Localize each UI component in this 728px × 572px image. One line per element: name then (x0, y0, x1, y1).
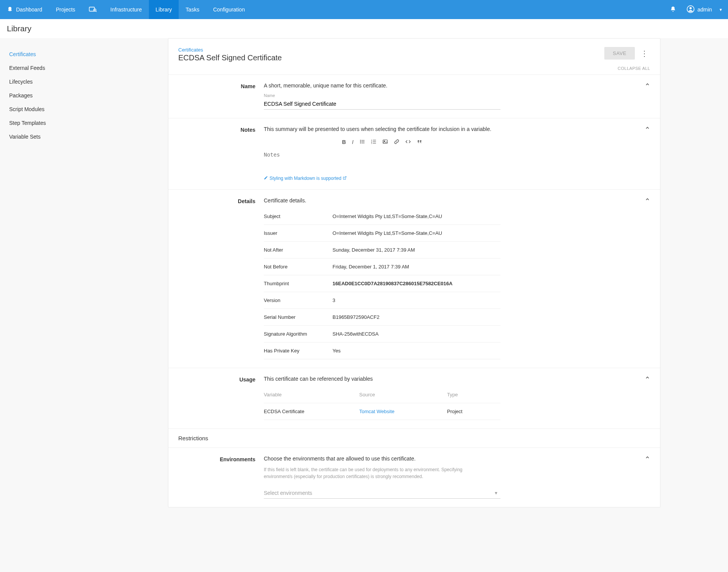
name-input[interactable] (264, 99, 500, 110)
quote-button[interactable] (417, 139, 422, 145)
svg-point-8 (360, 141, 361, 142)
section-collapse-toggle[interactable] (645, 125, 650, 132)
search-card-icon (89, 6, 97, 13)
section-label: Notes (168, 126, 264, 181)
sidebar-item-certificates[interactable]: Certificates (9, 47, 168, 61)
nav-dashboard[interactable]: Dashboard (0, 0, 49, 19)
svg-line-3 (96, 11, 97, 11)
table-row: Version3 (264, 292, 500, 309)
table-row: Not AfterSunday, December 31, 2017 7:39 … (264, 242, 500, 259)
detail-value: 16EAD0E1CC0D7A28190837C286015E7582CE016A (333, 275, 500, 292)
top-nav: Dashboard Projects Infrastructure Librar… (0, 0, 728, 19)
nav-label: Library (156, 6, 172, 13)
section-collapse-toggle[interactable] (645, 455, 650, 461)
nav-tasks[interactable]: Tasks (179, 0, 206, 19)
sidebar-item-script-modules[interactable]: Script Modules (9, 102, 168, 116)
detail-key: Not After (264, 242, 333, 259)
name-float-label: Name (264, 93, 500, 98)
detail-value: Sunday, December 31, 2017 7:39 AM (333, 242, 500, 259)
cell-source-link[interactable]: Tomcat Website (359, 409, 394, 414)
number-list-button[interactable]: 123 (371, 139, 376, 145)
user-menu[interactable]: admin ▼ (681, 0, 728, 19)
notifications-button[interactable] (665, 0, 681, 19)
nav-label: Infrastructure (110, 6, 142, 13)
section-collapse-toggle[interactable] (645, 375, 650, 381)
nav-configuration[interactable]: Configuration (206, 0, 252, 19)
svg-rect-17 (373, 143, 376, 144)
nav-search[interactable] (82, 0, 103, 19)
chevron-down-icon: ▼ (719, 8, 723, 12)
markdown-hint-link[interactable]: Styling with Markdown is supported (264, 176, 347, 181)
details-table: SubjectO=Internet Widgits Pty Ltd,ST=Som… (264, 208, 500, 359)
nav-label: Configuration (213, 6, 245, 13)
detail-value: B1965B972590ACF2 (333, 309, 500, 326)
detail-value: O=Internet Widgits Pty Ltd,ST=Some-State… (333, 208, 500, 225)
table-row: Serial NumberB1965B972590ACF2 (264, 309, 500, 326)
detail-key: Not Before (264, 259, 333, 275)
list-ol-icon: 123 (371, 139, 376, 145)
detail-key: Has Private Key (264, 343, 333, 359)
content-card: Certificates ECDSA Self Signed Certifica… (168, 38, 660, 507)
nav-label: Tasks (186, 6, 199, 13)
nav-library[interactable]: Library (149, 0, 179, 19)
section-desc: A short, memorable, unique name for this… (264, 82, 500, 89)
image-icon (383, 139, 388, 145)
cell-variable: ECDSA Certificate (264, 403, 359, 420)
section-environments: Environments Choose the environments tha… (168, 448, 660, 507)
table-row: IssuerO=Internet Widgits Pty Ltd,ST=Some… (264, 225, 500, 242)
section-desc: This summary will be presented to users … (264, 126, 500, 132)
bold-button[interactable]: B (342, 139, 346, 145)
section-desc: This certificate can be referenced by va… (264, 376, 500, 382)
nav-projects[interactable]: Projects (49, 0, 82, 19)
svg-rect-18 (383, 140, 387, 143)
detail-key: Version (264, 292, 333, 309)
detail-value: SHA-256withECDSA (333, 326, 500, 343)
card-title: ECDSA Self Signed Certificate (178, 53, 604, 62)
section-details: Details Certificate details. SubjectO=In… (168, 189, 660, 368)
section-hint: If this field is left blank, the certifi… (264, 466, 478, 480)
bell-icon (670, 6, 676, 13)
svg-rect-9 (362, 141, 365, 142)
sidebar: Certificates External Feeds Lifecycles P… (0, 38, 168, 144)
nav-label: Projects (56, 6, 76, 13)
chevron-up-icon (645, 197, 650, 203)
user-name: admin (697, 6, 712, 13)
sidebar-item-variable-sets[interactable]: Variable Sets (9, 130, 168, 144)
svg-point-0 (8, 7, 11, 10)
section-collapse-toggle[interactable] (645, 197, 650, 203)
save-button[interactable]: SAVE (604, 47, 635, 60)
svg-point-6 (360, 140, 361, 141)
svg-line-20 (344, 176, 346, 178)
notes-textarea[interactable] (264, 152, 500, 171)
svg-point-5 (689, 7, 692, 9)
svg-rect-13 (373, 140, 376, 140)
italic-button[interactable]: I (352, 139, 354, 145)
chevron-up-icon (645, 82, 650, 88)
sidebar-item-packages[interactable]: Packages (9, 89, 168, 102)
overflow-menu-button[interactable]: ⋮ (639, 47, 650, 60)
breadcrumb[interactable]: Certificates (178, 47, 604, 53)
collapse-all-button[interactable]: COLLAPSE ALL (168, 66, 660, 74)
code-button[interactable] (405, 139, 411, 145)
section-collapse-toggle[interactable] (645, 82, 650, 88)
svg-text:3: 3 (371, 142, 372, 144)
section-desc: Choose the environments that are allowed… (264, 456, 500, 462)
quote-icon (417, 139, 422, 145)
bullet-list-button[interactable] (360, 139, 365, 145)
table-row: SubjectO=Internet Widgits Pty Ltd,ST=Som… (264, 208, 500, 225)
chevron-up-icon (645, 126, 650, 132)
svg-rect-15 (373, 141, 376, 142)
sidebar-item-external-feeds[interactable]: External Feeds (9, 61, 168, 75)
user-avatar-icon (687, 5, 694, 14)
detail-key: Issuer (264, 225, 333, 242)
sidebar-item-step-templates[interactable]: Step Templates (9, 116, 168, 130)
link-button[interactable] (394, 139, 399, 145)
nav-infrastructure[interactable]: Infrastructure (103, 0, 149, 19)
table-row: ECDSA Certificate Tomcat Website Project (264, 403, 500, 420)
kebab-icon: ⋮ (641, 49, 648, 58)
detail-key: Thumbprint (264, 275, 333, 292)
image-button[interactable] (383, 139, 388, 145)
environments-select[interactable] (264, 488, 500, 499)
usage-table: Variable Source Type ECDSA Certificate T… (264, 386, 500, 420)
sidebar-item-lifecycles[interactable]: Lifecycles (9, 75, 168, 89)
